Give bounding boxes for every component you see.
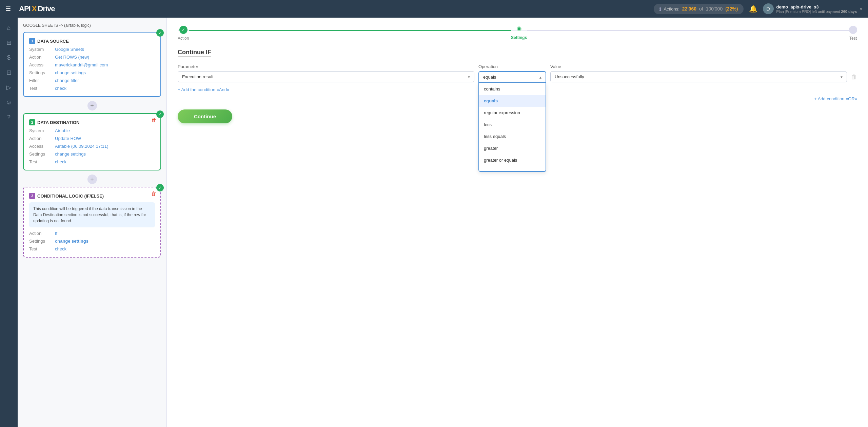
main-content: ✓ Action Settings Test Continue IF — [167, 18, 868, 427]
card-2-access-value[interactable]: Airtable (06.09.2024 17:11) — [55, 144, 108, 149]
card-1-access-value[interactable]: maverickandrii@gmail.com — [55, 62, 108, 67]
card-3-settings-value[interactable]: change settings — [55, 239, 88, 244]
step-settings-label: Settings — [511, 35, 527, 40]
card-3-action-value[interactable]: If — [55, 231, 57, 236]
continue-button[interactable]: Continue — [178, 109, 232, 123]
op-option-regex[interactable]: regular expression — [479, 107, 546, 119]
card-3-title: CONDITIONAL LOGIC (IF/ELSE) — [37, 194, 104, 199]
parameter-label: Parameter — [178, 64, 474, 69]
hamburger-menu[interactable]: ☰ — [5, 5, 11, 13]
card-conditional-logic: ✓ 🗑 3 CONDITIONAL LOGIC (IF/ELSE) This c… — [23, 187, 161, 258]
op-option-equals[interactable]: equals — [479, 95, 546, 107]
op-option-empty[interactable]: empty — [479, 166, 546, 171]
operation-label: Operation — [478, 64, 546, 69]
card-data-source: ✓ 1 DATA SOURCE System Google Sheets Act… — [23, 32, 161, 97]
nav-help-icon[interactable]: ? — [3, 111, 15, 123]
condition-row: Parameter Execution result ▼ Operation e… — [178, 64, 857, 83]
user-name: demo_apix-drive_s3 — [776, 4, 857, 9]
step-test-circle — [849, 26, 857, 34]
operation-dropdown: contains equals regular expression less … — [478, 83, 546, 172]
op-option-less-equals[interactable]: less equals — [479, 130, 546, 142]
logo-x: X — [32, 4, 37, 13]
avatar: D — [763, 3, 774, 14]
card-1-system-value[interactable]: Google Sheets — [55, 47, 84, 52]
nav-money-icon[interactable]: $ — [3, 52, 15, 64]
card-2-row-system: System Airtable — [29, 128, 155, 133]
parameter-chevron-icon: ▼ — [467, 75, 471, 79]
nav-play-icon[interactable]: ▷ — [3, 81, 15, 94]
value-column: Value Unsuccessfully ▼ — [550, 64, 847, 82]
card-2-system-value[interactable]: Airtable — [55, 128, 70, 133]
card-1-test-value[interactable]: check — [55, 86, 66, 91]
user-info: demo_apix-drive_s3 Plan |Premium PRO| le… — [776, 4, 857, 14]
operation-select[interactable]: equals ▲ — [478, 71, 546, 83]
user-section: D demo_apix-drive_s3 Plan |Premium PRO| … — [763, 3, 863, 14]
value-value: Unsuccessfully — [555, 74, 584, 79]
parameter-select[interactable]: Execution result ▼ — [178, 71, 474, 82]
steps-bar: ✓ Action Settings Test — [178, 26, 857, 41]
value-chevron-icon: ▼ — [840, 75, 843, 79]
card-2-action-value[interactable]: Update ROW — [55, 136, 81, 141]
step-action-label: Action — [178, 36, 189, 41]
card-1-row-test: Test check — [29, 86, 155, 91]
card-1-row-filter: Filter change filter — [29, 78, 155, 83]
parameter-value: Execution result — [182, 74, 214, 79]
card-2-row-access: Access Airtable (06.09.2024 17:11) — [29, 144, 155, 149]
chevron-down-icon[interactable]: ∨ — [860, 6, 863, 11]
delete-condition-button[interactable]: 🗑 — [851, 74, 857, 81]
op-option-greater-equals[interactable]: greater or equals — [479, 154, 546, 166]
card-2-test-value[interactable]: check — [55, 159, 66, 164]
nav-box-icon[interactable]: ⊡ — [3, 66, 15, 79]
card-1-settings-value[interactable]: change settings — [55, 70, 86, 75]
nav-user-icon[interactable]: ☺ — [3, 96, 15, 108]
value-select[interactable]: Unsuccessfully ▼ — [550, 71, 847, 82]
op-option-contains[interactable]: contains — [479, 83, 546, 95]
card-3-test-value[interactable]: check — [55, 246, 66, 251]
card-1-row-system: System Google Sheets — [29, 47, 155, 52]
connector-1-2[interactable]: + — [87, 101, 97, 110]
card-data-destination: ✓ 🗑 2 DATA DESTINATION System Airtable A… — [23, 113, 161, 170]
card-1-action-value[interactable]: Get ROWS (new) — [55, 55, 89, 60]
card-1-check-icon: ✓ — [156, 29, 164, 37]
step-action-circle: ✓ — [179, 26, 188, 34]
card-1-row-action: Action Get ROWS (new) — [29, 55, 155, 60]
step-action: ✓ Action — [178, 26, 189, 41]
card-3-delete-button[interactable]: 🗑 — [150, 190, 158, 198]
card-3-row-test: Test check — [29, 246, 155, 251]
actions-label: Actions: — [664, 6, 679, 12]
card-2-row-settings: Settings change settings — [29, 151, 155, 157]
card-1-number: 1 — [29, 38, 35, 44]
card-3-description: This condition will be triggered if the … — [29, 202, 155, 227]
step-test: Test — [849, 26, 857, 41]
logo-api: API — [19, 4, 31, 13]
step-test-label: Test — [849, 36, 857, 41]
parameter-column: Parameter Execution result ▼ — [178, 64, 474, 82]
operation-value: equals — [483, 75, 496, 80]
card-2-number: 2 — [29, 119, 35, 125]
card-2-delete-button[interactable]: 🗑 — [150, 117, 158, 124]
card-1-filter-value[interactable]: change filter — [55, 78, 79, 83]
op-option-less[interactable]: less — [479, 119, 546, 130]
nav-grid-icon[interactable]: ⊞ — [3, 37, 15, 49]
app-logo: API X Drive — [19, 4, 55, 13]
card-2-settings-value[interactable]: change settings — [55, 151, 86, 157]
step-settings-circle — [517, 26, 521, 31]
op-option-greater[interactable]: greater — [479, 142, 546, 154]
connector-2-3[interactable]: + — [87, 175, 97, 184]
nav-home-icon[interactable]: ⌂ — [3, 22, 15, 34]
breadcrumb: GOOGLE SHEETS -> (airtable, logic) — [23, 23, 161, 28]
actions-pct: (22%) — [725, 6, 738, 12]
actions-count: 22'060 — [682, 6, 696, 12]
actions-of: of — [699, 6, 703, 12]
operation-chevron-icon: ▲ — [539, 75, 542, 79]
card-2-row-action: Action Update ROW — [29, 136, 155, 141]
main-layout: ⌂ ⊞ $ ⊡ ▷ ☺ ? GOOGLE SHEETS -> (airtable… — [0, 18, 868, 427]
card-1-row-access: Access maverickandrii@gmail.com — [29, 62, 155, 67]
card-2-row-test: Test check — [29, 159, 155, 164]
card-1-title: DATA SOURCE — [37, 39, 69, 44]
operation-dropdown-list: contains equals regular expression less … — [479, 83, 546, 171]
notifications-bell[interactable]: 🔔 — [749, 5, 757, 13]
card-2-title: DATA DESTINATION — [37, 120, 79, 125]
card-3-number: 3 — [29, 193, 35, 199]
step-settings: Settings — [511, 26, 527, 40]
